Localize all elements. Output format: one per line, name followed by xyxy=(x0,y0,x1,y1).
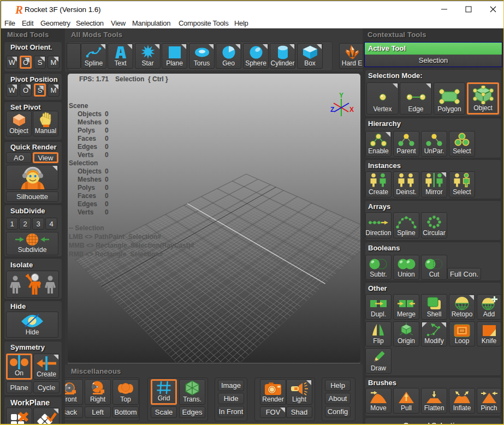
svg-text:Z: Z xyxy=(330,106,334,113)
svg-text:Y: Y xyxy=(339,92,343,99)
svg-text:X: X xyxy=(349,106,354,113)
